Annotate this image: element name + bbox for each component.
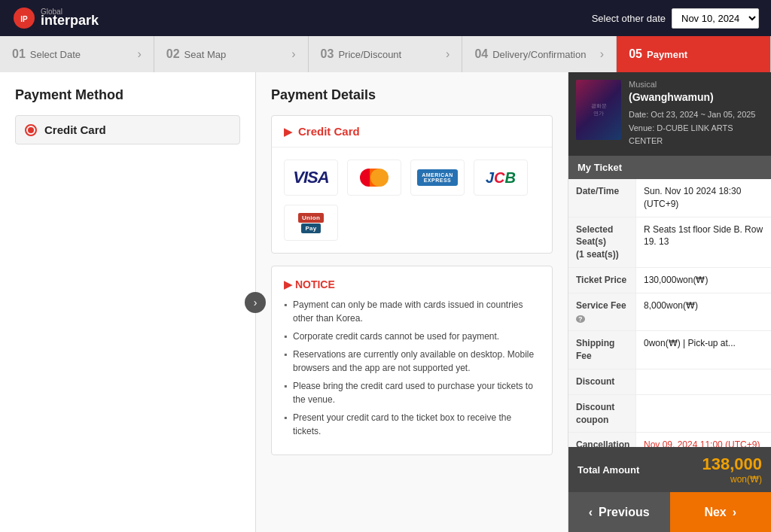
next-button[interactable]: Nex › <box>670 492 772 532</box>
credit-card-label: Credit Card <box>44 123 106 136</box>
unionpay-pay-text: Pay <box>301 223 320 233</box>
shipping-label: Shipping Fee <box>568 331 636 369</box>
unionpay-text: Union <box>298 213 324 223</box>
step-label-4: Delivery/Confirmation <box>492 49 586 60</box>
radio-credit-card <box>25 124 37 136</box>
event-title: (Gwanghwamun) <box>629 90 763 104</box>
event-category: Musical <box>629 80 763 89</box>
payment-method-panel: Payment Method Credit Card › <box>0 72 256 532</box>
cancel-deadline-label: Cancellation Deadline <box>568 433 636 447</box>
cc-expand-icon: ▶ <box>284 126 292 138</box>
step-num-1: 01 <box>12 47 26 61</box>
header: IP Global interpark Select other date No… <box>0 0 771 36</box>
notice-item-5: Present your credit card to the ticket b… <box>284 411 540 438</box>
visa-card-logo[interactable]: VISA <box>284 160 338 196</box>
credit-card-header: ▶ Credit Card <box>272 116 552 147</box>
step-arrow-1: › <box>137 47 141 61</box>
ticket-row-coupon: Discount coupon <box>568 395 771 433</box>
shipping-value: 0won(₩) | Pick-up at... <box>636 331 771 369</box>
notice-item-4: Please bring the credit card used to pur… <box>284 379 540 406</box>
ticket-table: My Ticket Date/Time Sun. Nov 10 2024 18:… <box>568 156 771 447</box>
step-payment[interactable]: 05 Payment <box>617 36 771 72</box>
ticket-row-service-fee: Service Fee ? 8,000won(₩) <box>568 293 771 332</box>
total-label: Total Amount <box>577 464 639 476</box>
step-num-2: 02 <box>166 47 180 61</box>
amex-icon: AMERICAN EXPRESS <box>417 169 458 186</box>
mastercard-logo[interactable] <box>347 160 401 196</box>
event-venue: Venue: D-CUBE LINK ARTS CENTER <box>629 122 763 148</box>
event-header: 광화문연가 Musical (Gwanghwamun) Date: Oct 23… <box>568 72 771 156</box>
cancel-deadline-value: Nov 09, 2024 11:00 (UTC+9) <box>636 433 771 447</box>
ticket-row-price: Ticket Price 130,000won(₩) <box>568 268 771 293</box>
notice-title: ▶ NOTICE <box>284 278 540 290</box>
payment-details-panel: Payment Details ▶ Credit Card VISA <box>256 72 568 532</box>
discount-label: Discount <box>568 369 636 394</box>
event-date-range: Date: Oct 23, 2024 ~ Jan 05, 2025 <box>629 108 763 122</box>
total-value-group: 138,000 won(₩) <box>702 454 762 485</box>
step-delivery[interactable]: 04 Delivery/Confirmation › <box>462 36 617 72</box>
step-num-3: 03 <box>321 47 334 61</box>
ticket-row-discount: Discount <box>568 369 771 395</box>
payment-details-title: Payment Details <box>271 87 553 103</box>
jcb-icon: JCB <box>486 169 516 187</box>
credit-card-option[interactable]: Credit Card <box>15 115 240 144</box>
total-unit: won(₩) <box>702 474 762 485</box>
step-arrow-4: › <box>600 47 604 61</box>
svg-text:IP: IP <box>20 15 28 23</box>
datetime-label: Date/Time <box>568 179 636 217</box>
date-dropdown[interactable]: Nov 10, 2024 <box>672 8 759 29</box>
event-info: Musical (Gwanghwamun) Date: Oct 23, 2024… <box>629 80 763 148</box>
ticket-row-cancel-deadline: Cancellation Deadline Nov 09, 2024 11:00… <box>568 433 771 447</box>
step-label-3: Price/Discount <box>338 49 401 60</box>
discount-value <box>636 369 771 394</box>
total-amount: 138,000 <box>702 454 762 474</box>
amex-text: AMERICAN <box>422 172 453 178</box>
step-arrow-3: › <box>446 47 449 61</box>
prev-arrow-icon: ‹ <box>589 506 593 519</box>
coupon-label: Discount coupon <box>568 395 636 433</box>
my-ticket-title: My Ticket <box>568 156 771 179</box>
steps-nav: 01 Select Date › 02 Seat Map › 03 Price/… <box>0 36 771 72</box>
event-thumbnail: 광화문연가 <box>576 80 621 140</box>
select-date-label: Select other date <box>592 13 666 24</box>
jcb-card-logo[interactable]: JCB <box>474 160 528 196</box>
datetime-value: Sun. Nov 10 2024 18:30 (UTC+9) <box>636 179 771 217</box>
date-select-area: Select other date Nov 10, 2024 <box>592 8 759 29</box>
summary-panel: 광화문연가 Musical (Gwanghwamun) Date: Oct 23… <box>568 72 771 532</box>
service-fee-info-icon[interactable]: ? <box>576 315 585 323</box>
price-value: 130,000won(₩) <box>636 268 771 293</box>
notice-item-1: Payment can only be made with cards issu… <box>284 298 540 325</box>
price-label: Ticket Price <box>568 268 636 293</box>
credit-card-section-label: Credit Card <box>298 125 360 138</box>
step-label-1: Select Date <box>30 49 81 60</box>
visa-icon: VISA <box>293 168 328 187</box>
logo-text-group: Global interpark <box>41 8 99 29</box>
unionpay-card-logo[interactable]: Union Pay <box>284 205 338 241</box>
card-logos-container: VISA AMERICAN EXPRESS <box>272 147 552 253</box>
step-num-5: 05 <box>629 47 642 61</box>
logo-name: interpark <box>41 13 99 28</box>
step-arrow-2: › <box>291 47 295 61</box>
unionpay-icon: Union Pay <box>298 213 324 233</box>
previous-button[interactable]: ‹ Previous <box>568 492 670 532</box>
service-fee-label: Service Fee ? <box>568 293 636 331</box>
step-select-date[interactable]: 01 Select Date › <box>0 36 154 72</box>
step-label-5: Payment <box>647 49 687 60</box>
mastercard-icon <box>360 169 389 187</box>
previous-label: Previous <box>599 506 650 519</box>
step-label-2: Seat Map <box>184 49 227 60</box>
notice-item-3: Reservations are currently only availabl… <box>284 348 540 375</box>
step-seat-map[interactable]: 02 Seat Map › <box>154 36 309 72</box>
main-content: Payment Method Credit Card › Payment Det… <box>0 72 771 532</box>
ticket-row-seats: SelectedSeat(s)(1 seat(s)) R Seats 1st f… <box>568 217 771 268</box>
next-arrow-icon: › <box>733 506 736 519</box>
coupon-value <box>636 395 771 433</box>
expand-arrow[interactable]: › <box>245 292 266 313</box>
amex-card-logo[interactable]: AMERICAN EXPRESS <box>410 160 465 196</box>
ticket-row-datetime: Date/Time Sun. Nov 10 2024 18:30 (UTC+9) <box>568 179 771 217</box>
credit-card-section: ▶ Credit Card VISA <box>271 115 553 254</box>
payment-method-title: Payment Method <box>15 87 240 103</box>
notice-section: ▶ NOTICE Payment can only be made with c… <box>271 266 553 455</box>
seats-value: R Seats 1st floor Side B. Row 19. 13 <box>636 217 771 267</box>
step-price-discount[interactable]: 03 Price/Discount › <box>309 36 463 72</box>
